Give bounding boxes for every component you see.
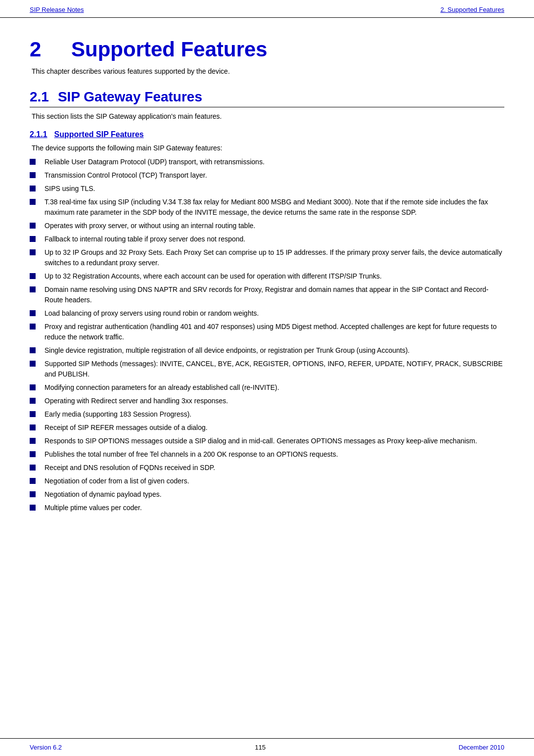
bullet-text: Single device registration, multiple reg… <box>44 345 504 356</box>
feature-list: Reliable User Datagram Protocol (UDP) tr… <box>30 157 504 513</box>
bullet-icon <box>30 286 36 292</box>
list-item: Domain name resolving using DNS NAPTR an… <box>30 284 504 305</box>
chapter-heading: 2 Supported Features <box>30 38 504 61</box>
bullet-text: Reliable User Datagram Protocol (UDP) tr… <box>44 157 504 167</box>
bullet-text: Early media (supporting 183 Session Prog… <box>44 409 504 420</box>
bullet-text: Negotiation of dynamic payload types. <box>44 489 504 500</box>
section-2-1-description: This section lists the SIP Gateway appli… <box>30 112 504 120</box>
chapter-title: Supported Features <box>71 38 267 61</box>
bullet-icon <box>30 398 36 404</box>
bullet-text: Negotiation of coder from a list of give… <box>44 476 504 486</box>
list-item: Proxy and registrar authentication (hand… <box>30 322 504 342</box>
list-item: Supported SIP Methods (messages): INVITE… <box>30 359 504 379</box>
page-footer: Version 6.2 115 December 2010 <box>0 738 534 756</box>
bullet-text: Modifying connection parameters for an a… <box>44 382 504 393</box>
subsection-intro: The device supports the following main S… <box>30 144 504 152</box>
list-item: Load balancing of proxy servers using ro… <box>30 308 504 319</box>
section-2-1-1-heading: 2.1.1 Supported SIP Features <box>30 130 504 139</box>
bullet-icon <box>30 361 36 367</box>
list-item: Operating with Redirect server and handl… <box>30 396 504 406</box>
list-item: Receipt of SIP REFER messages outside of… <box>30 423 504 433</box>
list-item: Modifying connection parameters for an a… <box>30 382 504 393</box>
chapter-number: 2 <box>30 38 59 61</box>
top-header: SIP Release Notes 2. Supported Features <box>0 0 534 18</box>
bullet-text: Receipt and DNS resolution of FQDNs rece… <box>44 463 504 473</box>
list-item: SIPS using TLS. <box>30 184 504 194</box>
bullet-text: Transmission Control Protocol (TCP) Tran… <box>44 170 504 181</box>
bullet-text: Up to 32 IP Groups and 32 Proxy Sets. Ea… <box>44 247 504 268</box>
header-right: 2. Supported Features <box>441 6 504 13</box>
bullet-text: T.38 real-time fax using SIP (including … <box>44 197 504 218</box>
bullet-text: Operates with proxy server, or without u… <box>44 221 504 231</box>
bullet-icon <box>30 310 36 316</box>
section-2-1-title: SIP Gateway Features <box>58 89 202 105</box>
header-left: SIP Release Notes <box>30 6 84 13</box>
bullet-text: Up to 32 Registration Accounts, where ea… <box>44 271 504 282</box>
bullet-icon <box>30 384 36 390</box>
main-content: 2 Supported Features This chapter descri… <box>0 18 534 536</box>
bullet-icon <box>30 199 36 205</box>
list-item: Transmission Control Protocol (TCP) Tran… <box>30 170 504 181</box>
bullet-icon <box>30 411 36 417</box>
section-2-1-heading: 2.1 SIP Gateway Features <box>30 89 504 107</box>
footer-date: December 2010 <box>459 744 505 751</box>
bullet-icon <box>30 425 36 430</box>
list-item: Fallback to internal routing table if pr… <box>30 234 504 244</box>
bullet-icon <box>30 223 36 229</box>
list-item: Single device registration, multiple reg… <box>30 345 504 356</box>
list-item: Multiple ptime values per coder. <box>30 503 504 513</box>
list-item: Negotiation of dynamic payload types. <box>30 489 504 500</box>
bullet-icon <box>30 249 36 255</box>
list-item: Publishes the total number of free Tel c… <box>30 449 504 460</box>
bullet-icon <box>30 478 36 484</box>
section-2-1-1-number: 2.1.1 <box>30 130 47 139</box>
page-container: SIP Release Notes 2. Supported Features … <box>0 0 534 756</box>
list-item: Responds to SIP OPTIONS messages outside… <box>30 436 504 446</box>
list-item: Receipt and DNS resolution of FQDNs rece… <box>30 463 504 473</box>
section-2-1-number: 2.1 <box>30 89 49 105</box>
chapter-description: This chapter describes various features … <box>30 67 504 75</box>
bullet-icon <box>30 347 36 353</box>
list-item: T.38 real-time fax using SIP (including … <box>30 197 504 218</box>
bullet-icon <box>30 505 36 511</box>
bullet-icon <box>30 186 36 191</box>
bullet-text: Receipt of SIP REFER messages outside of… <box>44 423 504 433</box>
bullet-text: Proxy and registrar authentication (hand… <box>44 322 504 342</box>
bullet-text: Multiple ptime values per coder. <box>44 503 504 513</box>
bullet-icon <box>30 465 36 471</box>
bullet-icon <box>30 324 36 330</box>
bullet-text: Fallback to internal routing table if pr… <box>44 234 504 244</box>
bullet-text: Publishes the total number of free Tel c… <box>44 449 504 460</box>
bullet-icon <box>30 159 36 165</box>
footer-version: Version 6.2 <box>30 744 62 751</box>
bullet-icon <box>30 451 36 457</box>
bullet-text: SIPS using TLS. <box>44 184 504 194</box>
bullet-icon <box>30 438 36 444</box>
footer-page-number: 115 <box>255 744 266 751</box>
list-item: Operates with proxy server, or without u… <box>30 221 504 231</box>
list-item: Early media (supporting 183 Session Prog… <box>30 409 504 420</box>
list-item: Up to 32 Registration Accounts, where ea… <box>30 271 504 282</box>
bullet-icon <box>30 491 36 497</box>
list-item: Negotiation of coder from a list of give… <box>30 476 504 486</box>
bullet-text: Load balancing of proxy servers using ro… <box>44 308 504 319</box>
list-item: Up to 32 IP Groups and 32 Proxy Sets. Ea… <box>30 247 504 268</box>
bullet-icon <box>30 273 36 279</box>
bullet-text: Responds to SIP OPTIONS messages outside… <box>44 436 504 446</box>
bullet-icon <box>30 236 36 242</box>
bullet-text: Supported SIP Methods (messages): INVITE… <box>44 359 504 379</box>
list-item: Reliable User Datagram Protocol (UDP) tr… <box>30 157 504 167</box>
bullet-icon <box>30 172 36 178</box>
bullet-text: Operating with Redirect server and handl… <box>44 396 504 406</box>
section-2-1-1-title: Supported SIP Features <box>54 130 144 139</box>
bullet-text: Domain name resolving using DNS NAPTR an… <box>44 284 504 305</box>
